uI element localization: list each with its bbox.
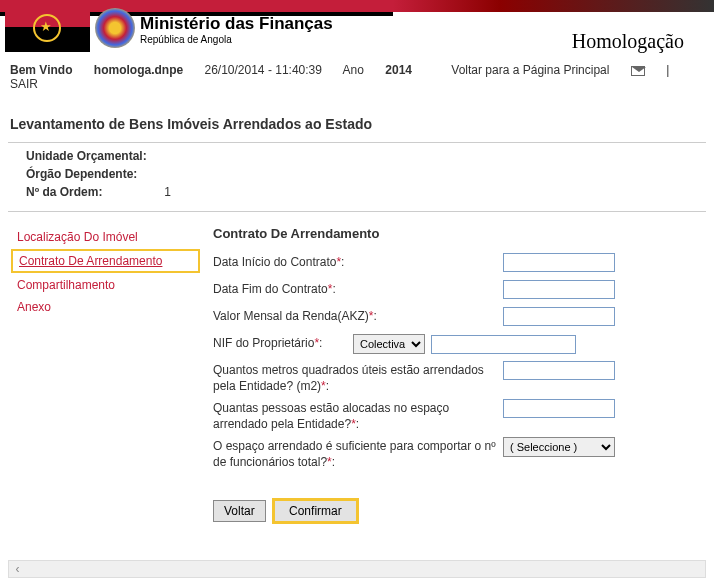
welcome-label: Bem Vindo <box>10 63 72 77</box>
page-title: Levantamento de Bens Imóveis Arrendados … <box>0 100 714 142</box>
coat-of-arms-icon <box>95 8 135 48</box>
data-inicio-label: Data Início do Contrato <box>213 255 336 269</box>
unidade-label: Unidade Orçamental: <box>26 149 161 163</box>
username: homologa.dnpe <box>94 63 183 77</box>
back-to-main-link[interactable]: Voltar para a Página Principal <box>451 63 609 77</box>
horizontal-scrollbar[interactable]: ‹ <box>8 560 706 578</box>
espaco-label: O espaço arrendado é suficiente para com… <box>213 439 496 469</box>
nif-tipo-select[interactable]: Colectiva <box>353 334 425 354</box>
info-block: Unidade Orçamental: Órgão Dependente: Nº… <box>8 142 706 212</box>
ministry-title-block: Ministério das Finanças República de Ang… <box>140 14 333 45</box>
data-fim-input[interactable] <box>503 280 615 299</box>
ministry-subtitle: República de Angola <box>140 34 333 45</box>
nif-input[interactable] <box>431 335 576 354</box>
pessoas-input[interactable] <box>503 399 615 418</box>
sidebar-item-contrato[interactable]: Contrato De Arrendamento <box>11 249 200 273</box>
valor-mensal-label: Valor Mensal da Renda(AKZ) <box>213 309 369 323</box>
sidebar-item-compartilhamento[interactable]: Compartilhamento <box>11 275 200 295</box>
data-inicio-input[interactable] <box>503 253 615 272</box>
voltar-button[interactable]: Voltar <box>213 500 266 522</box>
app-header: Ministério das Finanças República de Ang… <box>0 0 714 55</box>
sidebar-item-anexo[interactable]: Anexo <box>11 297 200 317</box>
espaco-select[interactable]: ( Seleccione ) <box>503 437 615 457</box>
scroll-left-icon[interactable]: ‹ <box>11 563 24 576</box>
form-title: Contrato De Arrendamento <box>213 222 696 253</box>
environment-label: Homologação <box>572 30 684 53</box>
sidebar-nav: Localização Do Imóvel Contrato De Arrend… <box>8 222 203 530</box>
year-group: Ano 2014 <box>343 63 430 77</box>
ordem-value: 1 <box>164 185 171 199</box>
ordem-label: Nº da Ordem: <box>26 185 161 199</box>
nif-label: NIF do Proprietário <box>213 336 314 350</box>
metros-label: Quantos metros quadrados úteis estão arr… <box>213 363 484 393</box>
valor-mensal-input[interactable] <box>503 307 615 326</box>
flag-icon <box>5 2 90 52</box>
form-buttons: Voltar Confirmar <box>213 476 696 530</box>
data-fim-label: Data Fim do Contrato <box>213 282 328 296</box>
main-content: Localização Do Imóvel Contrato De Arrend… <box>0 222 714 530</box>
mail-icon[interactable] <box>631 66 645 76</box>
confirmar-button[interactable]: Confirmar <box>274 500 357 522</box>
metros-input[interactable] <box>503 361 615 380</box>
form-panel: Contrato De Arrendamento Data Início do … <box>203 222 706 530</box>
ministry-title: Ministério das Finanças <box>140 14 333 34</box>
pessoas-label: Quantas pessoas estão alocadas no espaço… <box>213 401 449 431</box>
sidebar-item-localizacao[interactable]: Localização Do Imóvel <box>11 227 200 247</box>
datetime: 26/10/2014 - 11:40:39 <box>204 63 321 77</box>
top-nav: Bem Vindo homologa.dnpe 26/10/2014 - 11:… <box>0 55 714 100</box>
orgao-label: Órgão Dependente: <box>26 167 161 181</box>
